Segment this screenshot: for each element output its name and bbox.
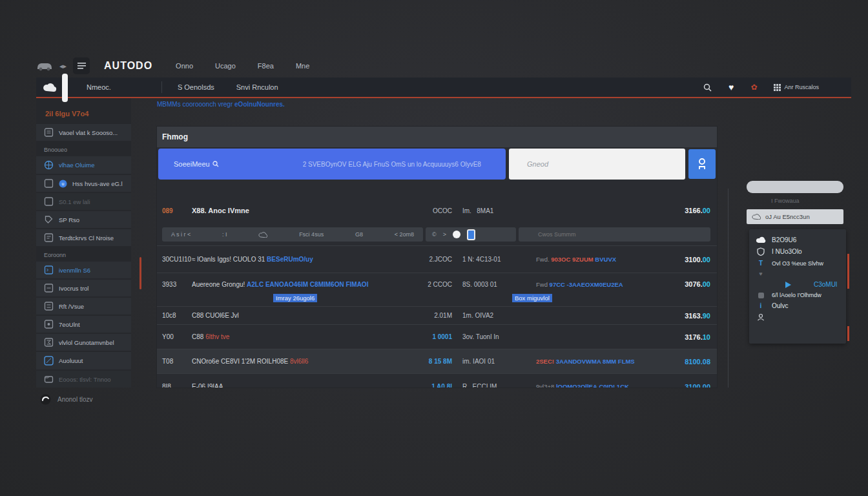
- sidebar-item-label: vlhae Oluime: [59, 161, 94, 169]
- topnav-item-1[interactable]: Ucago: [215, 62, 236, 70]
- sidebar-item-online[interactable]: vlhae Oluime: [36, 156, 131, 174]
- notes-icon: [44, 233, 54, 242]
- toolbar-copyright-glyph[interactable]: ©: [432, 231, 437, 238]
- cloud-small-icon[interactable]: [258, 232, 267, 238]
- row-price: 3176.10: [641, 333, 710, 341]
- right-panel-scrollbar[interactable]: [847, 254, 849, 289]
- toolbar-g8-tool[interactable]: G8: [355, 231, 363, 238]
- breadcrumb-text-bold: eOolnuNounres.: [234, 101, 285, 108]
- toolbar-cursor-tool[interactable]: A s i r <: [171, 231, 191, 238]
- table-row[interactable]: 3933 Auereone Grongu! A2LC EANOAO46IM C8…: [157, 273, 717, 306]
- sidebar-item-account[interactable]: Auoluuut: [36, 352, 131, 369]
- sidebar-item-position[interactable]: 7eoUlnt: [36, 316, 131, 333]
- row-number: 10c8: [162, 312, 192, 319]
- header-brand[interactable]: Nmeoc.: [87, 83, 111, 91]
- sidebar-item-label: vlvlol Gunotamvnbel: [59, 339, 114, 346]
- sidebar-item-terminal[interactable]: ivenmlln S6: [36, 262, 131, 278]
- dropdown-item-user[interactable]: [749, 311, 846, 323]
- frame-icon: [44, 197, 54, 206]
- selection-chip[interactable]: Imray 26ugol6: [273, 294, 317, 302]
- dropdown-item-demo[interactable]: C3oMUl: [749, 279, 846, 290]
- sidebar-item-label: Vaoel vlat k Soooso...: [59, 129, 118, 136]
- sidebar-item-hss[interactable]: u Hss hvus-ave eG.l: [36, 175, 131, 192]
- menu-button[interactable]: [73, 57, 90, 74]
- toolbar-next-glyph[interactable]: >: [443, 231, 446, 238]
- table-row[interactable]: T08 CNOro6e CE8VI 1'2M ROILH08E 8vl6ll6 …: [157, 349, 717, 373]
- toolbar-circle-indicator[interactable]: [453, 231, 460, 238]
- selection-chip[interactable]: Box miguvlol: [512, 294, 552, 302]
- shield-icon: [756, 247, 766, 256]
- primary-filter-bar[interactable]: SoeeiMeeu 2 SVEBOynOV ELG Aju FnuS OmS u…: [158, 149, 506, 180]
- sidebar-scrollbar[interactable]: [140, 257, 141, 289]
- dropdown-item-audio[interactable]: 6/l lAoelo I'Olhmdw: [749, 290, 846, 300]
- status-avatar-icon[interactable]: [40, 394, 51, 405]
- dropdown-item-cloud[interactable]: B2O9U6: [749, 234, 846, 245]
- sidebar-item-cross[interactable]: Eooos: tlsvl: Tnnoo: [36, 371, 131, 388]
- table-row[interactable]: 30CU1I10 ≈ lOanls Iggs! CUOLO 31 BESeRUm…: [157, 245, 717, 273]
- row-price: 3163.90: [641, 312, 710, 320]
- dropdown-item-shield[interactable]: I NUo3Olo: [749, 245, 846, 258]
- sidebar-item-sd[interactable]: S0.1 ew lali: [36, 193, 131, 210]
- sidebar-item-notes[interactable]: Terdtckrvs Cl Nroise: [36, 229, 131, 246]
- footer-label: Anonol tlozv: [57, 396, 92, 403]
- cloud-small-icon: [752, 214, 761, 220]
- dropdown-label: Ovl O3 %eue Slvhw: [772, 260, 823, 267]
- table-row[interactable]: 8I8 E-06 I9IAA 1 A0 8l R.. ECCI IM 9vl3+…: [157, 373, 717, 388]
- sidebar-item-total[interactable]: vlvlol Gunotamvnbel: [36, 334, 131, 351]
- app-logo[interactable]: AUTODO: [104, 60, 152, 72]
- topnav-item-3[interactable]: Mne: [296, 62, 309, 70]
- topnav-item-2[interactable]: F8ea: [258, 62, 274, 70]
- vehicle-icon[interactable]: [36, 61, 53, 71]
- toolbar-zoom-tool[interactable]: < 2om8: [395, 231, 414, 238]
- filter-left-label[interactable]: SoeeiMeeu: [174, 160, 219, 168]
- sidebar-item-label: Auoluuut: [59, 357, 83, 364]
- row-name: E-06 I9IAA: [192, 383, 407, 388]
- alert-icon[interactable]: ✿: [750, 83, 757, 92]
- right-panel-scrollbar[interactable]: [847, 326, 849, 341]
- right-panel-search[interactable]: [747, 181, 843, 193]
- sidebar-item-label: S0.1 ew lali: [59, 198, 90, 205]
- dropdown-item-heart[interactable]: ♥: [749, 269, 846, 279]
- toolbar-blue-key-icon[interactable]: [467, 229, 475, 240]
- info-icon: i: [756, 302, 766, 309]
- page-footer: Anonol tlozv: [40, 394, 92, 405]
- row-qty: 2.JCOC: [407, 256, 452, 263]
- cloud-icon[interactable]: [43, 83, 57, 92]
- table-summary-row[interactable]: 089 X88. Anoc IVmne OCOC Im. 8MA1 3166.0…: [157, 199, 717, 222]
- topnav-item-0[interactable]: Onno: [176, 62, 193, 70]
- table-toolbar: A s i r < : I Fsci 4sus G8 < 2om8 © >: [162, 227, 710, 242]
- dropdown-item-trend[interactable]: T Ovl O3 %eue Slvhw: [749, 258, 846, 269]
- toolbar-info-tool[interactable]: : I: [222, 231, 227, 238]
- filter-center-text: 2 SVEBOynOV ELG Aju FnuS OmS un lo Acquu…: [303, 161, 481, 168]
- apps-launcher[interactable]: Anr Ruscalos: [774, 84, 819, 91]
- dropdown-item-info[interactable]: i Oulvc: [749, 300, 846, 311]
- header-link-1[interactable]: Snvi Rnculon: [236, 83, 278, 91]
- table-row[interactable]: 10c8 C88 CUOl6E Jvl 2.01M 1m. OIVA2 3163…: [157, 306, 717, 324]
- person-icon: [756, 313, 766, 321]
- drag-handle[interactable]: [62, 74, 68, 102]
- grid-icon: [774, 84, 781, 91]
- toolbar-fsci-tool[interactable]: Fsci 4sus: [299, 231, 324, 238]
- submit-button[interactable]: [688, 149, 716, 179]
- header-link-0[interactable]: S Oenolsds: [178, 83, 214, 91]
- sidebar-item-invoices[interactable]: Ivocrus trol: [36, 280, 131, 296]
- filter-summary-input[interactable]: [519, 227, 710, 242]
- table-row[interactable]: Y00 C88 6lthv tve 1 0001 3ov. Tuonl In 3…: [157, 324, 717, 349]
- back-arrow-icon[interactable]: ◂▸: [59, 62, 67, 70]
- row-price: 3166.00: [641, 207, 710, 214]
- right-panel-selected-item[interactable]: oJ Au E5ncc3un: [747, 209, 843, 224]
- sidebar-section-browse: Bnooueo: [36, 142, 131, 156]
- search-icon[interactable]: [703, 83, 712, 92]
- row-tag: 2SEC! 3AANDOVWMA 8MM FLMS: [536, 358, 641, 365]
- favorites-heart-icon[interactable]: ♥: [728, 82, 734, 92]
- svg-text:u: u: [62, 181, 65, 186]
- row-number: 3933: [162, 281, 192, 288]
- sidebar-item-rft[interactable]: Rft /Vsue: [36, 298, 131, 315]
- search-input[interactable]: [509, 149, 685, 180]
- row-tag: Fwd. 903OC 9ZUUM BVUVX: [536, 256, 641, 263]
- dropdown-label: Oulvc: [772, 302, 789, 309]
- header-links: S Oenolsds Snvi Rnculon: [178, 83, 278, 91]
- breadcrumb[interactable]: MBMMs coorooonch vregr eOolnuNounres.: [157, 101, 285, 108]
- sidebar-item-panel[interactable]: Vaoel vlat k Soooso...: [36, 124, 131, 141]
- sidebar-item-sp[interactable]: SP Rso: [36, 211, 131, 228]
